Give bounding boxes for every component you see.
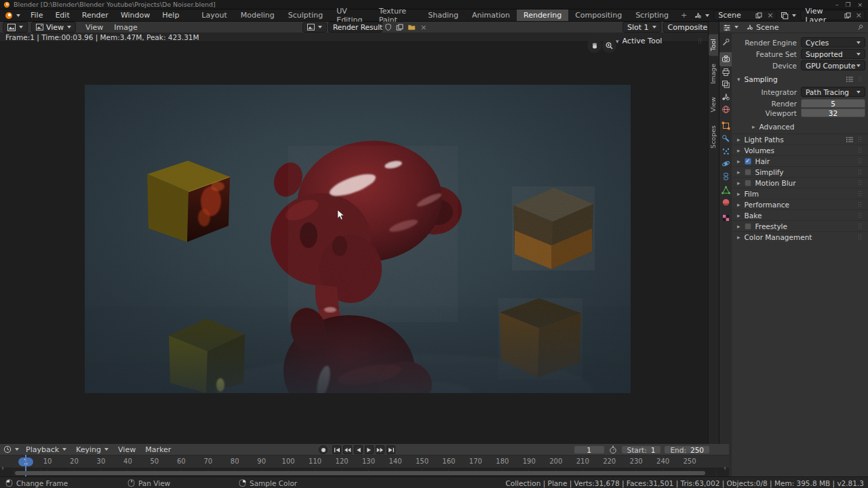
workspace-tab[interactable]: Rendering <box>517 9 568 21</box>
panel-header-film[interactable]: ▸Film <box>732 188 868 199</box>
view-menu[interactable]: View <box>113 444 140 455</box>
view-layer-browse-button[interactable] <box>779 12 797 20</box>
menu-item[interactable]: Window <box>115 9 156 21</box>
modifier-properties-tab[interactable] <box>719 131 732 146</box>
panel-header-performance[interactable]: ▸Performance <box>732 199 868 209</box>
feature-set-dropdown[interactable]: Supported <box>801 49 865 59</box>
new-view-layer-icon[interactable] <box>842 11 853 20</box>
scene-selector[interactable]: Scene × <box>713 10 776 20</box>
image-browse-button[interactable] <box>302 22 327 33</box>
checkbox[interactable]: ✓ <box>745 158 751 165</box>
play-button[interactable] <box>365 445 374 454</box>
workspace-tab[interactable]: Layout <box>195 9 233 21</box>
play-reverse-button[interactable] <box>354 445 363 454</box>
jump-to-end-button[interactable] <box>387 445 395 454</box>
workspace-tab[interactable]: Animation <box>465 9 517 21</box>
render-engine-dropdown[interactable]: Cycles <box>801 37 865 47</box>
add-workspace-button[interactable]: + <box>675 9 692 21</box>
object-properties-tab[interactable] <box>719 119 732 133</box>
timeline-ruler[interactable]: 1020304050607080901001101201301401501601… <box>0 455 729 468</box>
workspace-tab[interactable]: UV Editing <box>330 9 372 21</box>
timeline-scrollbar[interactable] <box>15 471 705 475</box>
device-dropdown[interactable]: GPU Compute <box>801 60 865 70</box>
menu-item[interactable]: Render <box>76 9 115 21</box>
constraint-properties-tab[interactable] <box>719 169 732 184</box>
region-expand-right-icon[interactable]: ‹ <box>724 464 726 472</box>
keying-dropdown[interactable]: Keying <box>71 445 113 454</box>
menu-item[interactable]: Edit <box>49 9 75 21</box>
viewport-samples-field[interactable]: 32 <box>801 108 865 117</box>
active-tool-panel-header[interactable]: ▾ Active Tool <box>616 36 705 46</box>
drag-dots-icon[interactable] <box>858 169 863 175</box>
close-button[interactable]: × <box>857 1 863 8</box>
workspace-tab[interactable]: Scripting <box>629 9 675 21</box>
workspace-tab[interactable]: Shading <box>421 9 465 21</box>
unlink-image-icon[interactable]: × <box>418 23 429 32</box>
pin-icon[interactable] <box>856 24 864 31</box>
workspace-tab[interactable]: Compositing <box>568 9 629 21</box>
sidebar-tab[interactable]: View <box>709 92 718 117</box>
restore-button[interactable]: ❐ <box>845 1 850 8</box>
panel-header-light-paths[interactable]: ▸Light Paths <box>732 134 868 144</box>
panel-header-volumes[interactable]: ▸Volumes <box>732 144 868 155</box>
integrator-dropdown[interactable]: Path Tracing <box>801 87 865 97</box>
drag-dots-icon[interactable] <box>858 76 863 82</box>
jump-to-start-button[interactable] <box>332 445 341 454</box>
menu-item[interactable]: Image <box>108 22 142 33</box>
scene-name[interactable]: Scene <box>714 11 753 20</box>
drag-dots-icon[interactable] <box>858 147 863 153</box>
drag-dots-icon[interactable] <box>858 201 863 207</box>
render-result-image[interactable] <box>85 85 631 393</box>
workspace-tab[interactable]: Modeling <box>234 9 281 21</box>
drag-dots-icon[interactable] <box>858 158 863 164</box>
physics-properties-tab[interactable] <box>719 157 732 171</box>
slot-dropdown[interactable]: Slot 1 <box>623 22 661 33</box>
auto-keying-record-button[interactable] <box>319 445 328 454</box>
panel-header-bake[interactable]: ▸Bake <box>732 209 868 220</box>
remove-view-layer-icon[interactable]: × <box>853 11 865 20</box>
view-layer-selector[interactable]: View Layer × <box>800 10 865 20</box>
blender-menu-button[interactable] <box>0 9 23 21</box>
pan-view-gizmo[interactable] <box>587 39 601 53</box>
sidebar-tab[interactable]: Image <box>709 59 718 89</box>
panel-header-hair[interactable]: ▸✓Hair <box>732 155 868 166</box>
tool-properties-tab[interactable] <box>719 35 732 49</box>
drag-dots-icon[interactable] <box>858 234 863 240</box>
view-layer-properties-tab[interactable] <box>719 77 732 92</box>
drag-dots-icon[interactable] <box>698 38 703 44</box>
panel-header-color-management[interactable]: ▸Color Management <box>732 231 868 242</box>
drag-dots-icon[interactable] <box>858 190 863 197</box>
region-expand-left-icon[interactable]: › <box>1 464 4 472</box>
editor-type-button[interactable] <box>0 445 21 453</box>
presets-icon[interactable] <box>846 76 854 83</box>
current-frame-field[interactable]: 1 <box>574 445 605 454</box>
stopwatch-icon[interactable] <box>608 445 618 454</box>
panel-header-motion-blur[interactable]: ▸Motion Blur <box>732 177 868 188</box>
panel-header-simplify[interactable]: ▸Simplify <box>732 166 868 177</box>
menu-item[interactable]: File <box>24 9 49 21</box>
render-properties-tab[interactable] <box>719 52 732 66</box>
new-scene-icon[interactable] <box>753 11 764 20</box>
material-properties-tab[interactable] <box>719 195 732 209</box>
drag-dots-icon[interactable] <box>858 180 863 186</box>
image-name-field[interactable]: Render Result <box>328 22 382 33</box>
open-image-folder-icon[interactable] <box>406 24 418 30</box>
sampling-panel-header[interactable]: ▾ Sampling <box>732 74 868 84</box>
start-frame-field[interactable]: Start:1 <box>621 445 662 454</box>
new-image-icon[interactable] <box>394 24 406 31</box>
editor-type-button[interactable] <box>719 24 741 31</box>
end-frame-field[interactable]: End:250 <box>664 445 710 454</box>
texture-properties-tab[interactable] <box>719 211 732 225</box>
unlink-scene-icon[interactable]: × <box>764 11 776 20</box>
marker-menu[interactable]: Marker <box>140 444 176 455</box>
render-view-canvas[interactable] <box>0 42 708 444</box>
drag-dots-icon[interactable] <box>858 136 863 142</box>
scene-browse-button[interactable] <box>692 12 711 20</box>
next-keyframe-button[interactable] <box>376 445 384 454</box>
fake-user-shield-icon[interactable] <box>382 23 394 31</box>
drag-dots-icon[interactable] <box>858 212 863 218</box>
checkbox[interactable] <box>745 169 751 176</box>
render-samples-field[interactable]: 5 <box>801 99 865 108</box>
workspace-tab[interactable]: Sculpting <box>281 9 330 21</box>
previous-keyframe-button[interactable] <box>343 445 352 454</box>
